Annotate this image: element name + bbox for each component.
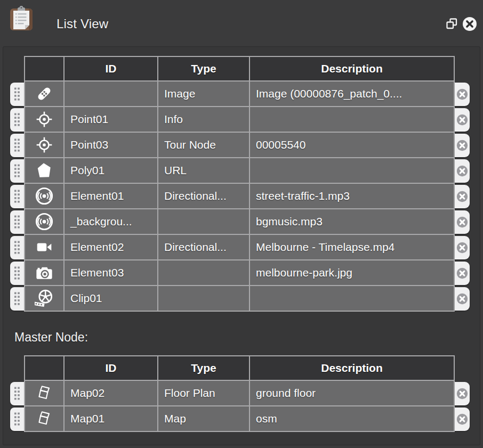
row-type[interactable]: Directional... <box>158 184 250 209</box>
list-header-description[interactable]: Description <box>250 56 455 82</box>
remove-icon <box>456 388 468 400</box>
row-description[interactable]: Image (00000876_patch_0.... <box>250 82 455 107</box>
master-node-label: Master Node: <box>14 330 88 345</box>
row-type[interactable] <box>158 286 250 312</box>
row-icon-cell[interactable] <box>24 235 65 260</box>
list-row: Poly01 URL <box>10 158 470 184</box>
row-description[interactable]: osm <box>250 406 455 432</box>
drag-handle[interactable] <box>10 262 24 285</box>
row-icon-cell[interactable] <box>24 209 65 235</box>
row-icon-cell[interactable] <box>24 286 65 312</box>
row-type[interactable] <box>158 260 250 286</box>
row-icon-cell[interactable] <box>24 381 65 406</box>
drag-handle[interactable] <box>10 210 24 234</box>
list-header-id[interactable]: ID <box>65 56 158 82</box>
row-id[interactable]: Element03 <box>65 260 158 286</box>
master-header-description[interactable]: Description <box>250 355 455 381</box>
row-type[interactable]: Directional... <box>158 235 250 260</box>
header-spacer <box>455 355 470 381</box>
row-icon-cell[interactable] <box>24 133 65 158</box>
point-icon <box>35 136 53 154</box>
row-id[interactable]: Map01 <box>65 406 158 432</box>
row-id[interactable]: Element02 <box>65 235 158 260</box>
detach-window-icon[interactable] <box>444 16 460 31</box>
row-description[interactable] <box>250 158 455 184</box>
drag-handle[interactable] <box>10 185 24 208</box>
row-id[interactable]: _backgrou... <box>65 209 158 235</box>
title-bar: List View <box>0 0 483 46</box>
row-description[interactable]: melbourne-park.jpg <box>250 260 455 286</box>
drag-handle[interactable] <box>10 134 24 157</box>
row-description[interactable]: street-traffic-1.mp3 <box>250 184 455 209</box>
row-id[interactable]: Clip01 <box>65 286 158 312</box>
row-description[interactable]: 00005540 <box>250 133 455 158</box>
delete-row-button[interactable] <box>455 159 470 183</box>
remove-icon <box>456 242 468 254</box>
master-header-type[interactable]: Type <box>158 355 250 381</box>
video-icon <box>35 238 53 256</box>
row-type[interactable]: Image <box>158 82 250 107</box>
row-description[interactable] <box>250 286 455 312</box>
row-icon-cell[interactable] <box>24 107 65 133</box>
drag-handle[interactable] <box>10 236 24 259</box>
delete-row-button[interactable] <box>455 287 470 311</box>
list-row: Clip01 <box>10 286 470 312</box>
row-type[interactable] <box>158 209 250 235</box>
list-row: _backgrou... bgmusic.mp3 <box>10 209 470 235</box>
row-id[interactable]: Point01 <box>65 107 158 133</box>
row-type[interactable]: Map <box>158 406 250 432</box>
drag-handle[interactable] <box>10 382 24 405</box>
row-description[interactable] <box>250 107 455 133</box>
drag-handle[interactable] <box>10 159 24 183</box>
row-description[interactable]: bgmusic.mp3 <box>250 209 455 235</box>
drag-handle[interactable] <box>10 83 24 106</box>
remove-icon <box>456 140 468 151</box>
row-id[interactable]: Element01 <box>65 184 158 209</box>
delete-row-button[interactable] <box>455 236 470 259</box>
delete-row-button[interactable] <box>455 134 470 157</box>
delete-row-button[interactable] <box>455 108 470 132</box>
list-row: Point01 Info <box>10 107 470 133</box>
close-icon[interactable] <box>462 16 477 31</box>
list-row: Element01 Directional... street-traffic-… <box>10 184 470 209</box>
header-spacer <box>10 56 24 82</box>
row-description[interactable]: ground floor <box>250 381 455 406</box>
drag-handle[interactable] <box>10 408 24 431</box>
delete-row-button[interactable] <box>455 408 470 431</box>
drag-handle[interactable] <box>10 287 24 311</box>
header-spacer <box>10 355 24 381</box>
delete-row-button[interactable] <box>455 262 470 285</box>
row-icon-cell[interactable] <box>24 260 65 286</box>
delete-row-button[interactable] <box>455 185 470 208</box>
remove-icon <box>456 267 468 279</box>
row-icon-cell[interactable] <box>24 406 65 432</box>
drag-handle[interactable] <box>10 108 24 132</box>
row-id[interactable]: Point03 <box>65 133 158 158</box>
row-type[interactable]: URL <box>158 158 250 184</box>
remove-icon <box>456 293 468 305</box>
row-id[interactable] <box>65 82 158 107</box>
remove-icon <box>456 88 468 100</box>
row-type[interactable]: Floor Plan <box>158 381 250 406</box>
delete-row-button[interactable] <box>455 382 470 405</box>
row-description[interactable]: Melbourne - Timelapse.mp4 <box>250 235 455 260</box>
row-id[interactable]: Poly01 <box>65 158 158 184</box>
row-icon-cell[interactable] <box>24 82 65 107</box>
patch-icon <box>35 85 53 103</box>
window-title: List View <box>57 17 108 31</box>
row-id[interactable]: Map02 <box>65 381 158 406</box>
film-reel-icon <box>35 289 54 308</box>
master-header-id[interactable]: ID <box>65 355 158 381</box>
sound-icon <box>35 212 54 231</box>
list-header-type[interactable]: Type <box>158 56 250 82</box>
list-row: Element03 melbourne-park.jpg <box>10 260 470 286</box>
row-type[interactable]: Tour Node <box>158 133 250 158</box>
row-icon-cell[interactable] <box>24 184 65 209</box>
row-type[interactable]: Info <box>158 107 250 133</box>
photo-icon <box>35 263 54 282</box>
master-header-icon-col <box>24 355 65 381</box>
row-icon-cell[interactable] <box>24 158 65 184</box>
delete-row-button[interactable] <box>455 210 470 234</box>
delete-row-button[interactable] <box>455 83 470 106</box>
remove-icon <box>456 413 468 425</box>
